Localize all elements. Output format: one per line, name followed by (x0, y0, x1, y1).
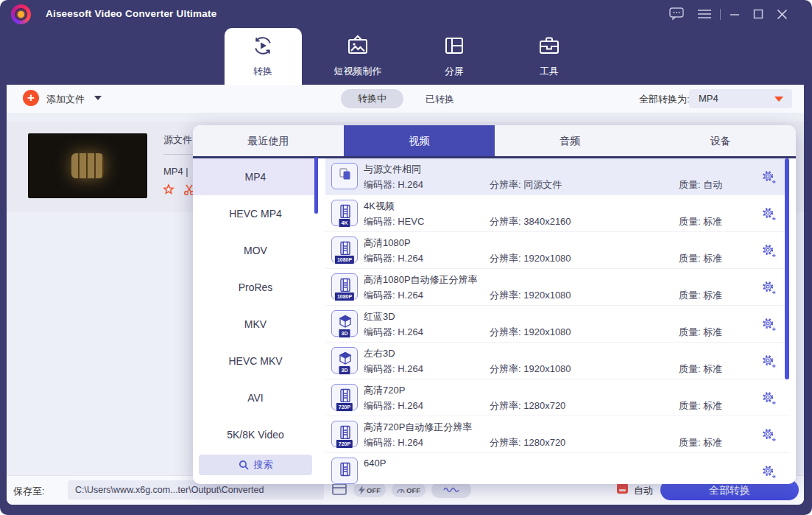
nav-tab-split[interactable]: 分屏 (406, 34, 502, 81)
format-name: 与源文件相同 (364, 163, 421, 176)
format-group-item[interactable]: HEVC MKV (193, 343, 318, 379)
format-details: 编码器: H.264 分辨率: 1920x1080 质量: 标准 (364, 289, 722, 302)
format-panel: 最近使用视频音频设备 MP4HEVC MP4MOVProResMKVHEVC M… (193, 125, 796, 484)
thumbnail-emblem (71, 153, 104, 178)
minimize-button[interactable] (730, 9, 740, 19)
format-list: 与源文件相同 编码器: H.264 分辨率: 同源文件 质量: 自动 4K 4K… (325, 158, 789, 484)
format-row[interactable]: 720P 高清720P 编码器: H.264 分辨率: 1280x720 质量:… (325, 379, 789, 416)
add-files-caret-icon[interactable] (94, 96, 102, 100)
format-row[interactable]: 与源文件相同 编码器: H.264 分辨率: 同源文件 质量: 自动 (325, 158, 789, 195)
format-group-item[interactable]: AVI (193, 379, 318, 416)
format-row[interactable]: 3D 左右3D 编码器: H.264 分辨率: 1920x1080 质量: 标准 (325, 343, 789, 379)
format-type-icon: 3D (331, 347, 358, 374)
output-format-dropdown[interactable]: MP4 (689, 89, 792, 108)
save-to-label: 保存至: (13, 485, 45, 498)
format-type-icon: 3D (331, 310, 358, 337)
format-details: 编码器: H.264 分辨率: 同源文件 质量: 自动 (364, 178, 722, 192)
open-folder-icon[interactable] (331, 482, 347, 500)
format-badge: 3D (339, 329, 351, 338)
settings-gear-icon[interactable] (761, 169, 776, 184)
format-name: 高清1080P (364, 237, 411, 250)
format-row[interactable]: 4K 4K视频 编码器: HEVC 分辨率: 3840x2160 质量: 标准 (325, 195, 789, 232)
video-maker-icon (310, 34, 406, 60)
maximize-button[interactable] (753, 9, 763, 19)
titlebar: Aiseesoft Video Converter Ultimate (0, 0, 812, 28)
format-name: 640P (364, 458, 386, 469)
split-screen-icon (406, 34, 502, 60)
format-details: 编码器: HEVC 分辨率: 3840x2160 质量: 标准 (364, 215, 722, 228)
format-group-item[interactable]: MP4 (193, 158, 318, 195)
settings-gear-icon[interactable] (761, 390, 776, 405)
format-group-item[interactable]: HEVC MP4 (193, 195, 318, 232)
convert-all-to-label: 全部转换为: (639, 93, 690, 106)
format-badge: 1080P (334, 292, 355, 301)
settings-gear-icon[interactable] (761, 280, 776, 295)
format-row[interactable]: 640P (325, 453, 789, 484)
merge-option-icon[interactable] (617, 483, 628, 494)
format-group-item[interactable]: ProRes (193, 269, 318, 306)
star-wand-icon[interactable] (162, 183, 175, 200)
close-button[interactable] (777, 9, 788, 20)
format-badge: 3D (339, 365, 351, 375)
format-name: 4K视频 (364, 200, 395, 213)
nav-tab-tools[interactable]: 工具 (501, 34, 597, 81)
format-row[interactable]: 1080P 高清1080P自动修正分辨率 编码器: H.264 分辨率: 192… (325, 269, 789, 306)
format-row[interactable]: 720P 高清720P自动修正分辨率 编码器: H.264 分辨率: 1280x… (325, 416, 789, 453)
dropdown-caret-icon (774, 97, 783, 102)
format-details: 编码器: H.264 分辨率: 1920x1080 质量: 标准 (364, 252, 722, 265)
format-list-scrollbar[interactable] (785, 158, 789, 379)
app-title: Aiseesoft Video Converter Ultimate (46, 8, 216, 19)
titlebar-divider (720, 9, 721, 20)
format-details: 编码器: H.264 分辨率: 1280x720 质量: 标准 (364, 399, 722, 413)
wave-icon (443, 486, 459, 494)
format-name: 高清1080P自动修正分辨率 (364, 273, 478, 287)
settings-gear-icon[interactable] (761, 464, 776, 479)
settings-gear-icon[interactable] (761, 317, 776, 332)
format-search-button[interactable]: 搜索 (199, 455, 312, 475)
format-type-icon: 720P (331, 384, 358, 410)
format-group-item[interactable]: MKV (193, 306, 318, 343)
settings-gear-icon[interactable] (761, 243, 776, 258)
wave-toggle[interactable] (431, 482, 471, 498)
gauge-icon (397, 486, 405, 494)
format-row[interactable]: 3D 红蓝3D 编码器: H.264 分辨率: 1920x1080 质量: 标准 (325, 306, 789, 343)
format-details: 编码器: H.264 分辨率: 1280x720 质量: 标准 (364, 436, 722, 449)
format-group-item[interactable]: 5K/8K Video (193, 416, 318, 453)
sidebar-scrollbar[interactable] (314, 157, 318, 214)
format-group-item[interactable]: MOV (193, 232, 318, 269)
format-badge: 720P (336, 402, 353, 412)
panel-tab[interactable]: 设备 (645, 125, 796, 156)
settings-gear-icon[interactable] (761, 354, 776, 368)
source-format-text: MP4 | (163, 166, 188, 177)
add-file-plus-icon[interactable]: + (23, 90, 39, 106)
format-type-icon (331, 458, 358, 484)
format-name: 高清720P (364, 384, 405, 397)
panel-tab[interactable]: 最近使用 (193, 125, 344, 156)
search-icon (239, 460, 249, 470)
settings-gear-icon[interactable] (761, 206, 776, 221)
panel-tab[interactable]: 视频 (344, 125, 495, 156)
menu-icon[interactable] (698, 9, 711, 19)
tab-converting[interactable]: 转换中 (341, 89, 403, 108)
settings-gear-icon[interactable] (761, 427, 776, 442)
panel-tab[interactable]: 音频 (495, 125, 646, 156)
toolbar: + 添加文件 转换中 已转换 全部转换为: MP4 (7, 85, 804, 113)
convert-icon (215, 34, 311, 60)
add-files-button[interactable]: 添加文件 (46, 93, 85, 106)
toolbox-icon (501, 34, 597, 60)
format-details: 编码器: H.264 分辨率: 1920x1080 质量: 标准 (364, 362, 722, 376)
format-badge: 1080P (334, 255, 355, 264)
tab-converted[interactable]: 已转换 (426, 93, 454, 106)
format-badge: 4K (339, 218, 351, 228)
hardware-acceleration-toggle[interactable]: OFF (353, 483, 386, 497)
nav-tab-video-maker[interactable]: 短视频制作 (310, 34, 406, 81)
source-file-label: 源文件 (163, 133, 192, 147)
video-thumbnail (28, 133, 147, 198)
app-logo-icon (11, 4, 31, 24)
speed-toggle[interactable]: OFF (392, 483, 426, 497)
format-type-icon: 4K (331, 200, 358, 226)
format-row[interactable]: 1080P 高清1080P 编码器: H.264 分辨率: 1920x1080 … (325, 232, 789, 269)
nav-tab-convert[interactable]: 转换 (215, 34, 311, 81)
feedback-icon[interactable] (668, 7, 685, 21)
format-badge: 720P (336, 439, 353, 449)
